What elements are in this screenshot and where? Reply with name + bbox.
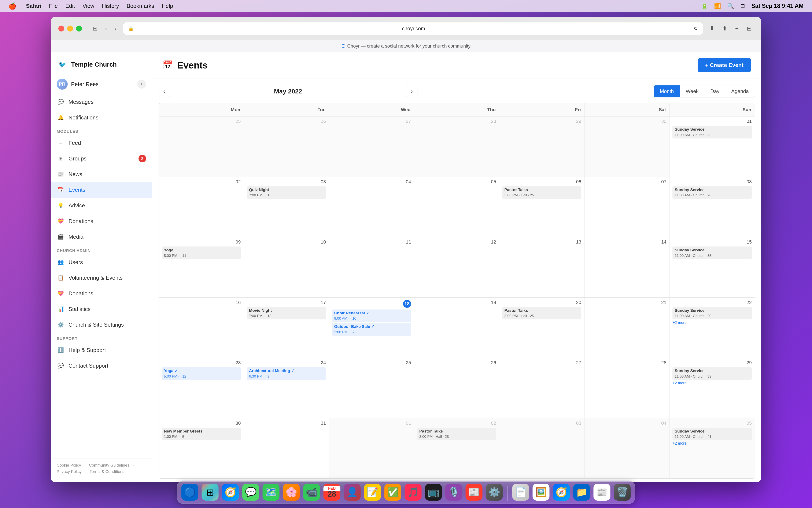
sidebar-item-notifications[interactable]: 🔔 Notifications (51, 110, 152, 125)
address-bar[interactable]: 🔒 choyr.com ↻ (123, 22, 703, 35)
dock-files[interactable]: 📁 (573, 484, 590, 501)
calendar-cell-w5d0[interactable]: 30New Member Greets1:00 PM · · 5 (159, 418, 244, 479)
calendar-cell-w3d3[interactable]: 19 (414, 298, 499, 358)
new-tab-button[interactable]: + (733, 24, 741, 33)
dock-photos[interactable]: 🌸 (283, 484, 300, 501)
sidebar-item-events[interactable]: 📅 Events (51, 182, 152, 198)
calendar-event[interactable]: Pastor Talks3:00 PM · Hall · 25 (502, 186, 581, 199)
menubar-safari[interactable]: Safari (26, 3, 41, 9)
calendar-cell-w3d2[interactable]: 18Choir Rehearsal ✓9:00 AM · · 10Outdoor… (329, 298, 414, 358)
calendar-event[interactable]: New Member Greets1:00 PM · · 5 (162, 428, 241, 440)
sidebar-user[interactable]: PR Peter Rees + (51, 74, 152, 94)
calendar-cell-w4d1[interactable]: 24Architectural Meeting ✓6:30 PM · · 9 (244, 358, 329, 418)
calendar-cell-w5d1[interactable]: 31 (244, 418, 329, 479)
calendar-cell-w5d6[interactable]: 05Sunday Service11:00 AM · Church · 41+2… (669, 418, 755, 479)
sidebar-item-news[interactable]: 📰 News (51, 166, 152, 182)
calendar-event[interactable]: Quiz Night7:00 PM · · 15 (247, 186, 326, 199)
tab-week[interactable]: Week (680, 85, 704, 97)
search-icon[interactable]: 🔍 (727, 3, 734, 9)
dock-launchpad[interactable]: ⊞ (202, 484, 219, 501)
calendar-cell-w2d0[interactable]: 09Yoga5:00 PM · · 11 (159, 237, 244, 297)
calendar-cell-w0d5[interactable]: 30 (584, 117, 670, 177)
footer-cookie[interactable]: Cookie Policy (57, 463, 81, 468)
calendar-more[interactable]: +2 more (673, 381, 752, 385)
calendar-event[interactable]: Movie Night7:00 PM · · 18 (247, 307, 326, 320)
calendar-cell-w1d5[interactable]: 07 (584, 177, 670, 237)
calendar-cell-w4d5[interactable]: 28 (584, 358, 670, 418)
dock-trash[interactable]: 🗑️ (614, 484, 631, 501)
calendar-event[interactable]: Yoga ✓5:00 PM · · 12 (162, 367, 241, 380)
sidebar-item-media[interactable]: 🎬 Media (51, 229, 152, 245)
calendar-cell-w3d6[interactable]: 22Sunday Service11:00 AM · Church · 20+2… (669, 298, 755, 358)
calendar-cell-w4d2[interactable]: 25 (329, 358, 414, 418)
calendar-cell-w1d6[interactable]: 08Sunday Service11:00 AM · Church · 28 (669, 177, 755, 237)
calendar-event[interactable]: Sunday Service11:00 AM · Church · 28 (673, 186, 752, 199)
dock-news2[interactable]: 📰 (594, 484, 610, 501)
next-month-button[interactable]: › (406, 86, 417, 97)
dock-maps[interactable]: 🗺️ (262, 484, 280, 501)
calendar-cell-w3d4[interactable]: 20Pastor Talks3:00 PM · Hall · 25 (499, 298, 584, 358)
dock-facetime[interactable]: 📹 (303, 484, 320, 501)
reload-icon[interactable]: ↻ (694, 26, 698, 32)
calendar-cell-w0d3[interactable]: 28 (414, 117, 499, 177)
calendar-cell-w0d0[interactable]: 25 (159, 117, 244, 177)
calendar-more[interactable]: +2 more (673, 441, 752, 446)
menubar-help[interactable]: Help (162, 3, 173, 9)
calendar-cell-w1d0[interactable]: 02 (159, 177, 244, 237)
sidebar-item-church-settings[interactable]: ⚙️ Church & Site Settings (51, 317, 152, 333)
calendar-cell-w2d2[interactable]: 11 (329, 237, 414, 297)
calendar-cell-w2d6[interactable]: 15Sunday Service11:00 AM · Church · 35 (669, 237, 755, 297)
calendar-event[interactable]: Outdoor Bake Sale ✓2:00 PM · · 28 (332, 323, 411, 336)
tab-overview-button[interactable]: ⊞ (744, 24, 754, 33)
calendar-cell-w0d6[interactable]: 01Sunday Service11:00 AM · Church · 35 (669, 117, 755, 177)
calendar-cell-w0d2[interactable]: 27 (329, 117, 414, 177)
calendar-cell-w3d5[interactable]: 21 (584, 298, 670, 358)
footer-guidelines[interactable]: Community Guidelines (89, 463, 129, 468)
sidebar-item-statistics[interactable]: 📊 Statistics (51, 301, 152, 317)
dock-notes[interactable]: 📝 (364, 484, 381, 501)
tab-month[interactable]: Month (654, 85, 680, 97)
menubar-history[interactable]: History (102, 3, 119, 9)
apple-menu[interactable]: 🍎 (8, 2, 16, 10)
calendar-cell-w5d5[interactable]: 04 (584, 418, 670, 479)
dock-safari[interactable]: 🧭 (222, 484, 239, 501)
sidebar-item-users[interactable]: 👥 Users (51, 254, 152, 270)
calendar-cell-w3d0[interactable]: 16 (159, 298, 244, 358)
share-button[interactable]: ⬆ (720, 24, 729, 33)
dock-news[interactable]: 📰 (465, 484, 483, 501)
calendar-cell-w0d4[interactable]: 29 (499, 117, 584, 177)
create-event-button[interactable]: + Create Event (698, 58, 751, 72)
forward-button[interactable]: › (113, 24, 119, 33)
calendar-event[interactable]: Pastor Talks3:00 PM · Hall · 25 (502, 307, 581, 320)
menubar-edit[interactable]: Edit (65, 3, 75, 9)
calendar-cell-w5d2[interactable]: 01 (329, 418, 414, 479)
sidebar-item-contact[interactable]: 💬 Contact Support (51, 358, 152, 374)
prev-month-button[interactable]: ‹ (159, 86, 170, 97)
calendar-event[interactable]: Yoga5:00 PM · · 11 (162, 247, 241, 259)
calendar-cell-w2d3[interactable]: 12 (414, 237, 499, 297)
calendar-cell-w1d4[interactable]: 06Pastor Talks3:00 PM · Hall · 25 (499, 177, 584, 237)
footer-privacy[interactable]: Privacy Policy (57, 469, 82, 474)
calendar-event[interactable]: Sunday Service11:00 AM · Church · 35 (673, 126, 752, 138)
calendar-cell-w2d5[interactable]: 14 (584, 237, 670, 297)
dock-text-edit[interactable]: 📄 (512, 484, 529, 501)
calendar-event[interactable]: Choir Rehearsal ✓9:00 AM · · 10 (332, 309, 411, 322)
calendar-cell-w4d3[interactable]: 26 (414, 358, 499, 418)
sidebar-item-help[interactable]: ℹ️ Help & Support (51, 342, 152, 358)
sidebar-toggle[interactable]: ⊟ (90, 24, 99, 33)
calendar-event[interactable]: Sunday Service11:00 AM · Church · 35 (673, 247, 752, 259)
sidebar-item-groups[interactable]: ⊞ Groups 2 (51, 151, 152, 166)
tab-agenda[interactable]: Agenda (725, 85, 755, 97)
dock-messages[interactable]: 💬 (242, 484, 259, 501)
calendar-cell-w4d6[interactable]: 29Sunday Service11:00 AM · Church · 39+2… (669, 358, 755, 418)
sidebar-item-donations-admin[interactable]: 💝 Donations (51, 286, 152, 301)
dock-calendar[interactable]: FEB 28 (324, 484, 340, 501)
downloads-button[interactable]: ⬇ (707, 24, 717, 33)
calendar-cell-w5d3[interactable]: 02Pastor Talks3:00 PM · Hall · 25 (414, 418, 499, 479)
dock-preview[interactable]: 🖼️ (533, 484, 550, 501)
calendar-event[interactable]: Sunday Service11:00 AM · Church · 39 (673, 367, 752, 380)
sidebar-item-feed[interactable]: ≡ Feed (51, 135, 152, 151)
dock-podcasts[interactable]: 🎙️ (445, 484, 462, 501)
footer-terms[interactable]: Terms & Conditions (90, 469, 125, 474)
calendar-cell-w4d0[interactable]: 23Yoga ✓5:00 PM · · 12 (159, 358, 244, 418)
